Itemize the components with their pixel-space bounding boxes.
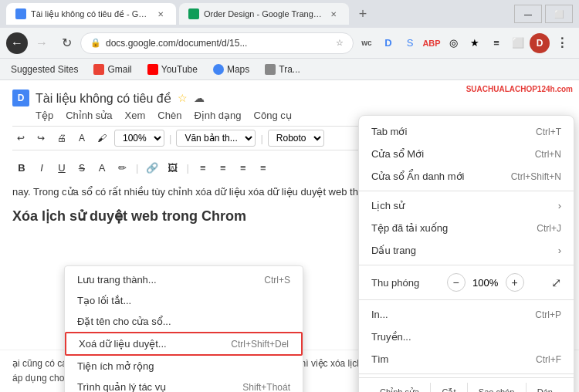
- address-text: docs.google.com/document/d/15...: [106, 38, 331, 49]
- extension-icon1[interactable]: D: [378, 33, 398, 53]
- ctx-tien-ich[interactable]: Tiện ích mở rộng: [65, 356, 303, 377]
- back-button[interactable]: ←: [6, 32, 28, 54]
- image-button[interactable]: 🖼: [163, 158, 181, 177]
- youtube-bookmark-icon: [147, 64, 158, 75]
- star-icon[interactable]: ☆: [178, 92, 188, 104]
- zoom-in-button[interactable]: +: [506, 273, 524, 292]
- menu-chen[interactable]: Chèn: [157, 110, 181, 121]
- ctx-tao-loi-tat[interactable]: Tạo lối tắt...: [65, 290, 303, 311]
- zoom-out-button[interactable]: −: [447, 273, 466, 292]
- bookmark-tra-label: Tra...: [279, 64, 300, 75]
- zoom-label: Thu phóng: [371, 277, 419, 289]
- tab-gsheet[interactable]: Order Design - Google Trang tín... ✕: [179, 3, 349, 25]
- arrow-icon-dautrang: ›: [558, 245, 561, 256]
- tra-bookmark-icon: [265, 64, 276, 75]
- tab-gdoc[interactable]: Tài liệu không có tiêu đề - Googl... ✕: [6, 3, 176, 25]
- italic-button[interactable]: I: [32, 158, 51, 177]
- more-format-button[interactable]: ≡: [254, 158, 273, 177]
- highlight-button[interactable]: ✏: [113, 158, 131, 177]
- bookmark-youtube[interactable]: YouTube: [143, 63, 202, 76]
- chrome-menu-lich-su[interactable]: Lịch sử ›: [359, 194, 574, 217]
- fullscreen-button[interactable]: ⤢: [551, 275, 561, 290]
- chrome-sep-4: [359, 373, 574, 374]
- reload-button[interactable]: ↻: [56, 32, 77, 54]
- context-menu-left: Lưu trang thành... Ctrl+S Tạo lối tắt...…: [64, 265, 303, 392]
- menu-chinhtua[interactable]: Chỉnh sửa: [66, 110, 112, 121]
- gdoc-logo: D: [12, 90, 29, 106]
- browser-frame: Tài liệu không có tiêu đề - Googl... ✕ O…: [0, 0, 579, 392]
- extension-icon2[interactable]: S: [400, 33, 420, 53]
- bookmark-suggested-sites-label: Suggested Sites: [11, 64, 78, 75]
- menu-xem[interactable]: Xem: [125, 110, 146, 121]
- tab-gsheet-close[interactable]: ✕: [327, 8, 340, 20]
- bookmarks-bar: Suggested Sites Gmail YouTube Maps Tra..…: [0, 59, 579, 80]
- cloud-icon: ☁: [194, 92, 205, 104]
- extension-icon5[interactable]: ≡: [486, 33, 506, 53]
- maximize-button[interactable]: ⬜: [545, 5, 573, 23]
- font-select[interactable]: Roboto: [268, 130, 324, 147]
- bookmark-gmail[interactable]: Gmail: [89, 63, 136, 76]
- menu-dinhdat[interactable]: Định dạng: [194, 110, 241, 121]
- ctx-quan-ly-tac-vu[interactable]: Trình quản lý tác vụ Shift+Thoát: [65, 377, 303, 392]
- chrome-menu-truyen[interactable]: Truyền...: [359, 326, 574, 348]
- spellcheck-button[interactable]: A: [74, 131, 90, 145]
- action-chinh-sua[interactable]: Chỉnh sửa: [374, 384, 425, 393]
- ctx-dat-ten[interactable]: Đặt tên cho cửa sổ...: [65, 311, 303, 332]
- wc-icon[interactable]: wc: [357, 33, 377, 53]
- profile-button[interactable]: D: [530, 33, 550, 53]
- action-cat[interactable]: Cắt: [435, 384, 462, 393]
- align-center-button[interactable]: ≡: [214, 158, 232, 177]
- chrome-sep-3: [359, 299, 574, 300]
- menu-congcu[interactable]: Công cụ: [254, 110, 292, 121]
- chrome-menu-cua-so-moi[interactable]: Cửa sổ Mới Ctrl+N: [359, 143, 574, 165]
- undo-button[interactable]: ↩: [12, 131, 29, 145]
- underline-button[interactable]: U: [52, 158, 71, 177]
- chrome-menu-an-danh[interactable]: Cửa sổ Ẩn danh mới Ctrl+Shift+N: [359, 165, 574, 188]
- chrome-menu-dau-trang[interactable]: Dấu trang ›: [359, 239, 574, 262]
- bookmark-youtube-label: YouTube: [161, 64, 198, 75]
- tab-gdoc-title: Tài liệu không có tiêu đề - Googl...: [31, 9, 150, 19]
- doc-title[interactable]: Tài liệu không có tiêu đề: [36, 91, 171, 106]
- bookmark-maps[interactable]: Maps: [208, 63, 254, 76]
- address-bar[interactable]: 🔒 docs.google.com/document/d/15... ☆: [80, 32, 354, 54]
- chrome-menu-tai-xuong[interactable]: Tệp đã tải xuống Ctrl+J: [359, 217, 574, 239]
- watermark: SUACHUALACHOP124h.com: [466, 85, 573, 93]
- action-sep3: [526, 383, 527, 392]
- new-tab-button[interactable]: +: [352, 3, 374, 25]
- chrome-menu-in[interactable]: In... Ctrl+P: [359, 303, 574, 326]
- chrome-menu-button[interactable]: ⋮: [551, 32, 573, 54]
- ctx-xoa-du-lieu[interactable]: Xoá dữ liệu duyệt... Ctrl+Shift+Del: [65, 332, 303, 356]
- extension-icon3[interactable]: ◎: [443, 33, 463, 53]
- gmail-bookmark-icon: [93, 64, 104, 75]
- bookmark-star-icon[interactable]: ☆: [336, 38, 344, 48]
- menu-tep[interactable]: Tệp: [36, 110, 53, 121]
- zoom-value: 100%: [470, 277, 501, 289]
- align-right-button[interactable]: ≡: [234, 158, 252, 177]
- paint-format-button[interactable]: 🖌: [93, 131, 111, 145]
- action-dan[interactable]: Dán: [531, 384, 559, 392]
- zoom-select[interactable]: 100%: [114, 130, 164, 147]
- style-select[interactable]: Văn bản th...: [176, 130, 256, 147]
- adblock-icon[interactable]: ABP: [422, 33, 442, 53]
- context-menu-right: Tab mới Ctrl+T Cửa sổ Mới Ctrl+N Cửa sổ …: [358, 115, 574, 392]
- bookmark-tra[interactable]: Tra...: [260, 63, 305, 76]
- link-button[interactable]: 🔗: [143, 158, 161, 177]
- bold-button[interactable]: B: [12, 158, 31, 177]
- arrow-icon-lichsu: ›: [558, 200, 561, 211]
- bookmark-suggested-sites[interactable]: Suggested Sites: [6, 63, 83, 76]
- strikethrough-button[interactable]: S̶: [73, 158, 91, 177]
- forward-button[interactable]: →: [31, 32, 52, 54]
- print-button[interactable]: 🖨: [52, 131, 71, 145]
- tab-gdoc-close[interactable]: ✕: [154, 8, 167, 20]
- action-sao-chep[interactable]: Sao chép: [472, 384, 520, 392]
- maps-bookmark-icon: [213, 64, 224, 75]
- extension-icon6[interactable]: ⬜: [508, 33, 528, 53]
- align-left-button[interactable]: ≡: [194, 158, 212, 177]
- extension-icon4[interactable]: ★: [465, 33, 485, 53]
- redo-button[interactable]: ↪: [32, 131, 49, 145]
- chrome-menu-tab-moi[interactable]: Tab mới Ctrl+T: [359, 120, 574, 143]
- ctx-luu-trang[interactable]: Lưu trang thành... Ctrl+S: [65, 269, 303, 290]
- minimize-button[interactable]: —: [514, 5, 542, 23]
- chrome-menu-tim[interactable]: Tìm Ctrl+F: [359, 348, 574, 370]
- font-color-button[interactable]: A: [93, 158, 111, 177]
